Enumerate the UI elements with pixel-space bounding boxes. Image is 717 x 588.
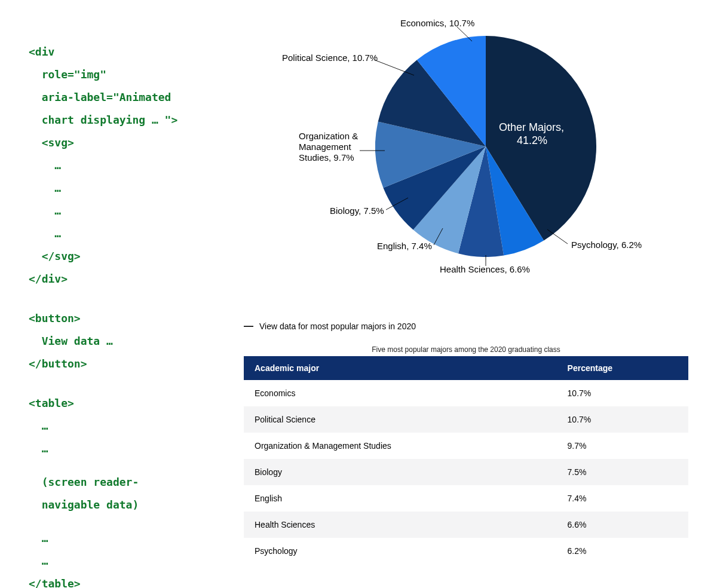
cell-percentage: 6.6% [557,512,688,538]
code-block: <div role="img" aria-label="Animated cha… [29,18,226,588]
slice-label-org-3: Studies, 9.7% [299,152,354,163]
col-major: Academic major [244,356,557,380]
cell-percentage: 10.7% [557,406,688,433]
pie-svg [375,36,596,257]
code-line: <div [29,45,54,58]
slice-label-org-1: Organization & [299,131,358,142]
cell-percentage: 7.5% [557,459,688,485]
code-line: chart displaying … "> [29,114,177,126]
page-root: <div role="img" aria-label="Animated cha… [0,0,717,588]
slice-label-psychology: Psychology, 6.2% [571,240,642,250]
table-header-row: Academic major Percentage [244,356,688,380]
slice-label-english: English, 7.4% [377,241,432,252]
code-line: </svg> [29,250,81,262]
cell-major: Organization & Management Studies [244,433,557,459]
slice-label-health: Health Sciences, 6.6% [440,264,530,275]
slice-label-political: Political Science, 10.7% [282,53,378,63]
cell-major: Political Science [244,406,557,433]
table-row: Economics 10.7% [244,380,688,406]
cell-major: Health Sciences [244,512,557,538]
view-data-button[interactable]: — View data for most popular majors in 2… [244,321,416,331]
code-line: … [29,204,61,217]
code-line: … [29,227,61,240]
code-line: … [29,159,61,172]
pie-chart: Economics, 10.7% Political Science, 10.7… [244,18,688,281]
minus-icon: — [244,321,253,331]
table-caption: Five most popular majors among the 2020 … [244,345,688,354]
view-data-label: View data for most popular majors in 202… [259,321,416,331]
code-line: View data … [29,335,113,347]
majors-table: Academic major Percentage Economics 10.7… [244,356,688,564]
content-column: Economics, 10.7% Political Science, 10.7… [226,18,688,588]
cell-major: Psychology [244,538,557,564]
cell-percentage: 7.4% [557,485,688,512]
table-row: Political Science 10.7% [244,406,688,433]
code-line: </button> [29,357,87,370]
cell-percentage: 9.7% [557,433,688,459]
cell-percentage: 10.7% [557,380,688,406]
code-line: role="img" [29,68,106,81]
code-line: … [29,419,48,432]
code-line: … [29,532,48,544]
code-line: <button> [29,312,81,324]
table-row: English 7.4% [244,485,688,512]
code-line: </div> [29,272,68,285]
code-line: </table> [29,577,81,588]
slice-label-other-2: 41.2% [517,134,547,147]
slice-label-other-1: Other Majors, [499,121,564,134]
table-row: Organization & Management Studies 9.7% [244,433,688,459]
cell-major: Biology [244,459,557,485]
table-row: Biology 7.5% [244,459,688,485]
cell-major: Economics [244,380,557,406]
code-line: aria-label="Animated [29,91,171,103]
slice-label-org-2: Management [299,142,351,152]
code-line: … [29,182,61,194]
code-line: <svg> [29,136,74,149]
slice-label-economics: Economics, 10.7% [400,18,474,29]
code-line: (screen reader- [29,476,139,488]
code-line: … [29,442,48,455]
code-line: navigable data) [29,498,139,511]
table-row: Health Sciences 6.6% [244,512,688,538]
code-line: <table> [29,397,74,409]
table-row: Psychology 6.2% [244,538,688,564]
code-line: … [29,555,48,567]
slice-label-biology: Biology, 7.5% [330,206,384,216]
col-percentage: Percentage [557,356,688,380]
code-column: <div role="img" aria-label="Animated cha… [29,18,226,588]
cell-major: English [244,485,557,512]
cell-percentage: 6.2% [557,538,688,564]
